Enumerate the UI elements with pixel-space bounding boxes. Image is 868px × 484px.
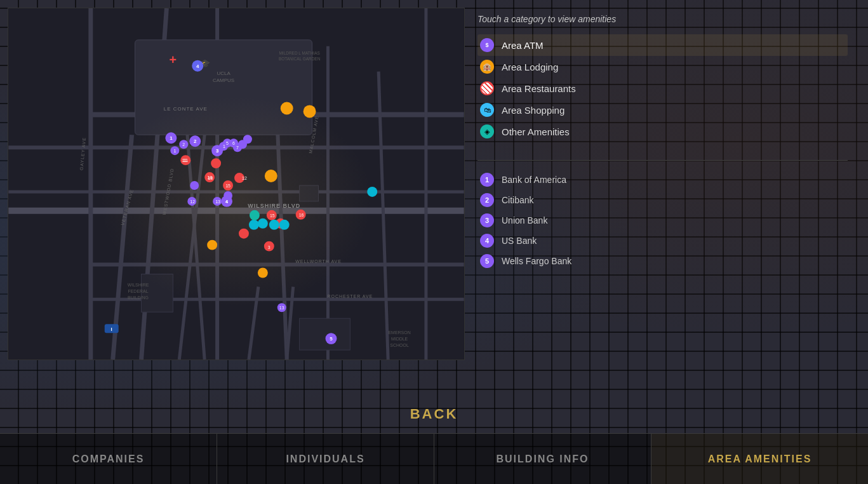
- location-num-2: 2: [480, 193, 494, 207]
- svg-text:FEDERAL: FEDERAL: [128, 289, 148, 293]
- lodging-icon: 🏨: [480, 60, 494, 74]
- svg-rect-23: [8, 8, 464, 360]
- svg-text:WELLWORTH AVE: WELLWORTH AVE: [295, 259, 342, 264]
- svg-point-89: [224, 191, 232, 200]
- shopping-icon: 🛍: [480, 103, 494, 117]
- svg-point-56: [281, 102, 293, 114]
- location-item-2[interactable]: 2 Citibank: [477, 190, 848, 210]
- nav-item-companies[interactable]: COMPANIES: [0, 434, 217, 484]
- svg-text:15: 15: [225, 184, 230, 188]
- svg-point-58: [265, 170, 277, 182]
- location-num-3: 3: [480, 213, 494, 227]
- svg-text:2: 2: [194, 138, 197, 144]
- svg-text:15: 15: [270, 213, 275, 218]
- category-item-shopping[interactable]: 🛍 Area Shopping: [477, 99, 848, 121]
- location-num-5: 5: [480, 254, 494, 268]
- map-background: LE CONTE AVE WILSHIRE BLVD WELLWORTH AVE…: [8, 8, 464, 360]
- nav-label-individuals: INDIVIDUALS: [286, 454, 364, 465]
- svg-text:1: 1: [170, 135, 173, 141]
- right-panel: Touch a category to view amenities $ Are…: [465, 8, 860, 395]
- svg-text:12: 12: [242, 176, 247, 180]
- category-item-restaurants[interactable]: Area Restaurants: [477, 77, 848, 99]
- location-item-5[interactable]: 5 Wells Fargo Bank: [477, 251, 848, 271]
- location-num-1: 1: [480, 173, 494, 187]
- category-item-lodging[interactable]: 🏨 Area Lodging: [477, 56, 848, 77]
- svg-text:EMERSON: EMERSON: [388, 330, 410, 335]
- svg-text:UCLA: UCLA: [217, 71, 230, 76]
- svg-text:7: 7: [236, 145, 239, 150]
- category-label-other: Other Amenities: [502, 126, 570, 137]
- nav-item-individuals[interactable]: INDIVIDUALS: [217, 434, 434, 484]
- svg-text:18: 18: [208, 176, 213, 180]
- nav-item-area-amenities[interactable]: AREA AMENITIES: [651, 434, 868, 484]
- nav-label-building-info: BUILDING INFO: [497, 454, 589, 465]
- location-name-1: Bank of America: [502, 175, 566, 185]
- svg-text:MILDRED L MATHIAS: MILDRED L MATHIAS: [279, 51, 320, 55]
- map-container: LE CONTE AVE WILSHIRE BLVD WELLWORTH AVE…: [8, 8, 465, 360]
- svg-point-87: [190, 181, 199, 190]
- svg-point-76: [279, 220, 290, 230]
- svg-text:12: 12: [190, 199, 195, 204]
- bottom-nav: COMPANIES INDIVIDUALS BUILDING INFO AREA…: [0, 433, 868, 484]
- location-item-3[interactable]: 3 Union Bank: [477, 210, 848, 231]
- svg-text:16: 16: [299, 213, 304, 217]
- nav-label-area-amenities: AREA AMENITIES: [708, 454, 812, 465]
- svg-text:BOTANICAL GARDEN: BOTANICAL GARDEN: [279, 57, 321, 61]
- top-section: LE CONTE AVE WILSHIRE BLVD WELLWORTH AVE…: [0, 0, 868, 395]
- back-button[interactable]: BACK: [410, 406, 458, 422]
- svg-text:MIDDLE: MIDDLE: [391, 337, 408, 341]
- category-item-atm[interactable]: $ Area ATM: [477, 34, 848, 56]
- svg-text:SCHOOL: SCHOOL: [390, 343, 409, 347]
- svg-text:ROCHESTER AVE: ROCHESTER AVE: [328, 294, 373, 299]
- category-item-other[interactable]: ◈ Other Amenities: [477, 121, 848, 142]
- map-svg: LE CONTE AVE WILSHIRE BLVD WELLWORTH AVE…: [8, 8, 464, 360]
- main-content: LE CONTE AVE WILSHIRE BLVD WELLWORTH AVE…: [0, 0, 868, 484]
- svg-point-68: [239, 229, 249, 239]
- category-divider: [477, 160, 848, 161]
- svg-text:13: 13: [279, 306, 284, 310]
- svg-text:5: 5: [330, 336, 333, 342]
- category-list: $ Area ATM 🏨 Area Lodging Area Restauran…: [477, 34, 848, 142]
- category-label-restaurants: Area Restaurants: [502, 83, 576, 94]
- nav-item-building-info[interactable]: BUILDING INFO: [434, 434, 651, 484]
- svg-text:I: I: [111, 326, 112, 332]
- location-item-1[interactable]: 1 Bank of America: [477, 170, 848, 190]
- svg-point-73: [249, 220, 259, 230]
- svg-text:3: 3: [268, 245, 270, 250]
- panel-prompt: Touch a category to view amenities: [477, 14, 848, 24]
- svg-text:1: 1: [223, 144, 225, 149]
- svg-text:2: 2: [182, 142, 185, 147]
- svg-point-57: [304, 105, 316, 118]
- svg-text:BUILDING: BUILDING: [128, 295, 149, 300]
- svg-text:4: 4: [196, 64, 199, 69]
- svg-text:WILSHIRE BLVD: WILSHIRE BLVD: [248, 203, 300, 209]
- location-name-2: Citibank: [502, 195, 534, 205]
- svg-point-91: [250, 210, 260, 220]
- svg-point-77: [367, 187, 377, 197]
- restaurants-icon: [480, 81, 494, 95]
- svg-text:LE CONTE AVE: LE CONTE AVE: [164, 106, 208, 112]
- nav-label-companies: COMPANIES: [72, 454, 145, 465]
- svg-text:11: 11: [182, 158, 187, 163]
- svg-text:3: 3: [216, 149, 218, 153]
- svg-text:CAMPUS: CAMPUS: [213, 77, 234, 83]
- svg-text:WILSHIRE: WILSHIRE: [128, 283, 149, 287]
- svg-point-84: [243, 135, 252, 144]
- location-name-3: Union Bank: [502, 215, 547, 225]
- svg-point-60: [258, 268, 268, 278]
- svg-text:5: 5: [226, 141, 229, 145]
- svg-text:+: +: [170, 53, 177, 67]
- svg-point-63: [211, 158, 221, 168]
- location-name-5: Wells Fargo Bank: [502, 256, 571, 266]
- category-label-shopping: Area Shopping: [502, 105, 564, 116]
- location-list: 1 Bank of America 2 Citibank 3 Union Ban…: [477, 170, 848, 271]
- other-icon: ◈: [480, 124, 494, 138]
- back-area: BACK: [0, 395, 868, 433]
- svg-point-75: [269, 220, 279, 230]
- category-label-atm: Area ATM: [502, 40, 544, 51]
- location-item-4[interactable]: 4 US Bank: [477, 231, 848, 251]
- svg-text:6: 6: [232, 141, 235, 145]
- svg-text:4: 4: [225, 199, 228, 204]
- atm-icon: $: [480, 38, 494, 52]
- svg-text:13: 13: [215, 199, 220, 204]
